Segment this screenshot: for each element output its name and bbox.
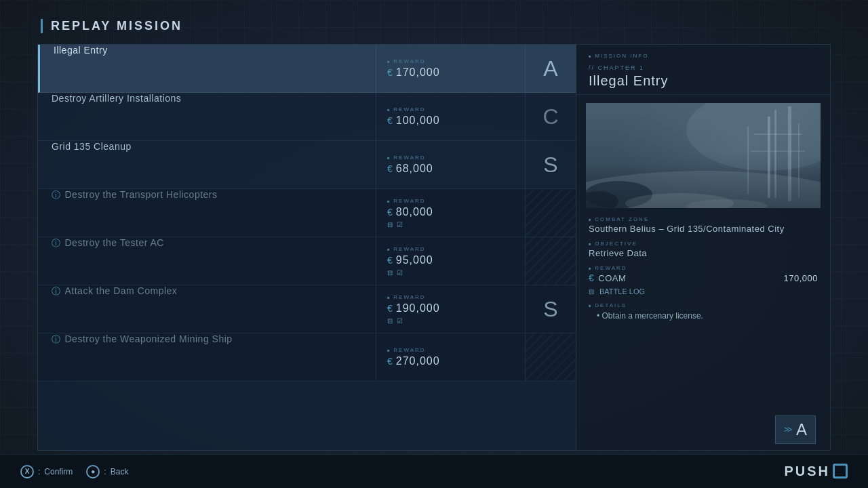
grade-mining [525,333,576,381]
check-icon-5: ☑ [397,317,403,325]
mission-item-grid135[interactable]: Grid 135 Cleanup REWARD €68,000 S [38,141,576,189]
battle-log-icon-4: ⊟ [387,269,393,277]
reward-label-4: REWARD [387,246,514,252]
reward-info-label: REWARD [589,265,818,271]
reward-amount-6: €270,000 [387,355,514,367]
info-panel: MISSION INFO CHAPTER 1 Illegal Entry [576,44,831,451]
confirm-arrows-icon: >> [784,425,791,434]
additional-icons-4: ⊟ ☑ [387,269,514,277]
x-button[interactable]: X [20,465,34,479]
reward-row: REWARD € COAM 170,000 [589,265,818,283]
confirm-button-area[interactable]: >> A [775,415,816,444]
check-icon-4: ☑ [397,269,403,277]
battle-log-icon-5: ⊟ [387,317,393,325]
reward-amount-2: €68,000 [387,163,514,175]
mission-name-illegal-entry: Illegal Entry [40,45,376,92]
reward-section-2: REWARD €68,000 [376,141,525,188]
reward-section-4: REWARD €95,000 ⊟ ☑ [376,237,525,285]
mission-image-overlay [586,103,821,208]
details-text: • Obtain a mercenary license. [589,310,818,322]
reward-number-display: 170,000 [784,273,818,283]
grade-helicopters [525,189,576,237]
reward-label-2: REWARD [387,155,514,161]
coam-euro-symbol: € [589,272,594,283]
objective-label: OBJECTIVE [589,241,818,247]
reward-section-illegal-entry: REWARD €170,000 [376,45,525,92]
euro-icon-4: € [387,255,393,266]
chapter-label: CHAPTER 1 [589,64,818,71]
mission-item-destroy-artillery[interactable]: Destroy Artillery Installations REWARD €… [38,93,576,141]
mission-name-destroy-artillery: Destroy Artillery Installations [38,93,376,140]
mission-info-label: MISSION INFO [589,53,818,59]
locked-stripes-3 [526,189,576,237]
back-control: ● : Back [86,465,128,479]
reward-label-5: REWARD [387,294,514,300]
reward-section-6: REWARD €270,000 [376,333,525,381]
reward-amount-0: €170,000 [387,66,514,79]
euro-icon-3: € [387,207,393,218]
grade-illegal-entry: A [525,45,576,92]
reward-label-6: REWARD [387,347,514,353]
circle-button[interactable]: ● [86,465,100,479]
mission-name-tester-ac: ⓘDestroy the Tester AC [38,237,376,285]
bottom-controls: X : Confirm ● : Back [20,465,128,479]
push-logo: PUSH [784,464,848,480]
mission-name-dam: ⓘAttack the Dam Complex [38,285,376,333]
info-panel-header: MISSION INFO CHAPTER 1 Illegal Entry [576,45,830,95]
reward-section-1: REWARD €100,000 [376,93,525,140]
euro-icon-6: € [387,356,393,367]
combat-zone-row: COMBAT ZONE Southern Belius – Grid 135/C… [589,216,818,234]
push-square-icon [833,464,848,479]
euro-icon-0: € [387,67,393,78]
mission-name-helicopters: ⓘDestroy the Transport Helicopters [38,189,376,237]
battle-log-row: ⊟ BATTLE LOG [589,287,818,296]
additional-icons-5: ⊟ ☑ [387,317,514,325]
reward-amount-1: €100,000 [387,115,514,127]
lock-icon-dam: ⓘ [52,286,61,296]
combat-zone-label: COMBAT ZONE [589,216,818,222]
confirm-control: X : Confirm [20,465,73,479]
reward-label-1: REWARD [387,106,514,113]
bottom-bar: X : Confirm ● : Back PUSH [0,454,868,488]
euro-icon-1: € [387,115,393,126]
battle-log-icon-3: ⊟ [387,221,393,228]
battle-log-icon: ⊟ [589,288,594,296]
reward-amount-5: €190,000 [387,302,514,314]
lock-icon-helicopters: ⓘ [52,190,61,200]
mission-item-mining[interactable]: ⓘDestroy the Weaponized Mining Ship REWA… [38,333,576,382]
mission-image [586,103,821,208]
mission-title-display: Illegal Entry [589,73,818,89]
confirm-grade-display: A [796,420,807,439]
mission-name-grid135: Grid 135 Cleanup [38,141,376,188]
details-label: DETAILS [589,302,818,308]
details-row: DETAILS • Obtain a mercenary license. [589,302,818,322]
mission-list-panel: Illegal Entry REWARD €170,000 A Destroy … [37,44,576,451]
objective-value: Retrieve Data [589,248,818,258]
back-control-label: : [104,467,106,476]
mission-item-illegal-entry[interactable]: Illegal Entry REWARD €170,000 A [38,45,576,93]
lock-icon-mining: ⓘ [52,334,61,344]
reward-label-3: REWARD [387,198,514,204]
mission-item-tester-ac[interactable]: ⓘDestroy the Tester AC REWARD €95,000 ⊟ … [38,237,576,285]
check-icon-3: ☑ [397,221,403,228]
reward-amount-3: €80,000 [387,206,514,218]
combat-zone-value: Southern Belius – Grid 135/Contaminated … [589,224,818,234]
details-bullet: • Obtain a mercenary license. [597,310,818,322]
additional-icons-3: ⊟ ☑ [387,221,514,228]
lock-icon-tester: ⓘ [52,238,61,248]
mission-item-dam[interactable]: ⓘAttack the Dam Complex REWARD €190,000 … [38,285,576,333]
objective-row: OBJECTIVE Retrieve Data [589,241,818,258]
euro-icon-5: € [387,303,393,314]
confirm-btn-box[interactable]: >> A [775,415,816,444]
reward-label-0: REWARD [387,58,514,64]
reward-amount-4: €95,000 [387,254,514,266]
reward-coam-display: € COAM [589,272,626,283]
locked-stripes-4 [526,237,576,285]
grade-tester-ac [525,237,576,285]
grade-grid135: S [525,141,576,188]
grade-dam: S [525,285,576,333]
mission-item-helicopters[interactable]: ⓘDestroy the Transport Helicopters REWAR… [38,189,576,237]
locked-stripes-6 [526,333,576,381]
mission-name-mining: ⓘDestroy the Weaponized Mining Ship [38,333,376,381]
reward-info-value: € COAM 170,000 [589,272,818,283]
